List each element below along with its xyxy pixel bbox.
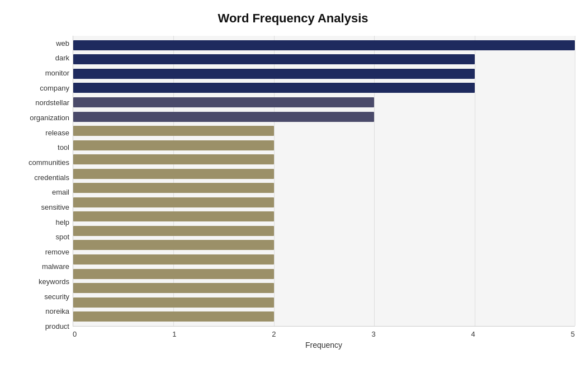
x-axis: 012345: [73, 327, 575, 338]
y-label: email: [11, 186, 69, 199]
bars-area: [73, 36, 575, 327]
bar-row: [73, 210, 575, 223]
bar: [73, 69, 475, 79]
bar: [73, 297, 274, 308]
y-label: dark: [11, 52, 69, 64]
bar: [73, 254, 274, 265]
bar-row: [73, 182, 575, 194]
grid-line: [575, 36, 575, 326]
bar-row: [73, 82, 575, 94]
bar: [73, 283, 274, 293]
bar-row: [73, 96, 575, 108]
bar: [73, 126, 274, 136]
x-tick: 5: [571, 330, 575, 338]
y-label: malware: [11, 261, 69, 273]
bar: [73, 211, 274, 221]
y-label: release: [11, 126, 69, 139]
y-label: keywords: [11, 276, 69, 288]
bar: [73, 97, 374, 107]
bar-row: [73, 153, 575, 166]
y-label: noreika: [11, 305, 69, 318]
y-label: spot: [11, 231, 69, 243]
bar-row: [73, 68, 575, 80]
x-tick: 1: [172, 330, 176, 338]
bar: [73, 54, 475, 64]
bars-and-x: 012345 Frequency: [73, 36, 575, 350]
bar-row: [73, 268, 575, 280]
chart-container: Word Frequency Analysis webdarkmonitorco…: [0, 0, 586, 392]
x-tick: 3: [371, 330, 375, 338]
y-label: web: [11, 37, 69, 49]
bar: [73, 154, 274, 164]
bar: [73, 112, 374, 122]
y-label: nordstellar: [11, 97, 69, 109]
y-labels: webdarkmonitorcompanynordstellarorganiza…: [11, 36, 73, 350]
bar: [73, 197, 274, 207]
bar: [73, 226, 274, 236]
y-label: organization: [11, 112, 69, 124]
bar-row: [73, 196, 575, 209]
y-label: monitor: [11, 67, 69, 79]
bar: [73, 83, 475, 93]
bar-row: [73, 310, 575, 323]
bar-row: [73, 39, 575, 51]
bar-row: [73, 296, 575, 309]
x-tick: 2: [272, 330, 276, 338]
bar: [73, 140, 274, 150]
x-tick: 4: [471, 330, 475, 338]
x-axis-label: Frequency: [73, 338, 575, 350]
bar-row: [73, 282, 575, 294]
bar-row: [73, 253, 575, 266]
y-label: company: [11, 82, 69, 94]
bar-row: [73, 239, 575, 251]
y-label: security: [11, 290, 69, 303]
bar: [73, 40, 575, 50]
bar: [73, 183, 274, 193]
y-label: remove: [11, 245, 69, 258]
y-label: communities: [11, 156, 69, 168]
bar: [73, 311, 274, 322]
bar: [73, 169, 274, 179]
bar: [73, 240, 274, 250]
bar-row: [73, 139, 575, 152]
bar: [73, 269, 274, 279]
x-tick: 0: [73, 330, 77, 338]
chart-title: Word Frequency Analysis: [11, 11, 575, 26]
y-label: product: [11, 320, 69, 332]
y-label: sensitive: [11, 201, 69, 213]
bars-inner: [73, 36, 575, 326]
bar-row: [73, 225, 575, 237]
y-label: help: [11, 216, 69, 228]
bar-row: [73, 111, 575, 123]
bar-row: [73, 168, 575, 180]
y-label: credentials: [11, 171, 69, 183]
bar-row: [73, 125, 575, 137]
chart-area: webdarkmonitorcompanynordstellarorganiza…: [11, 36, 575, 350]
y-label: tool: [11, 141, 69, 154]
bar-row: [73, 53, 575, 65]
